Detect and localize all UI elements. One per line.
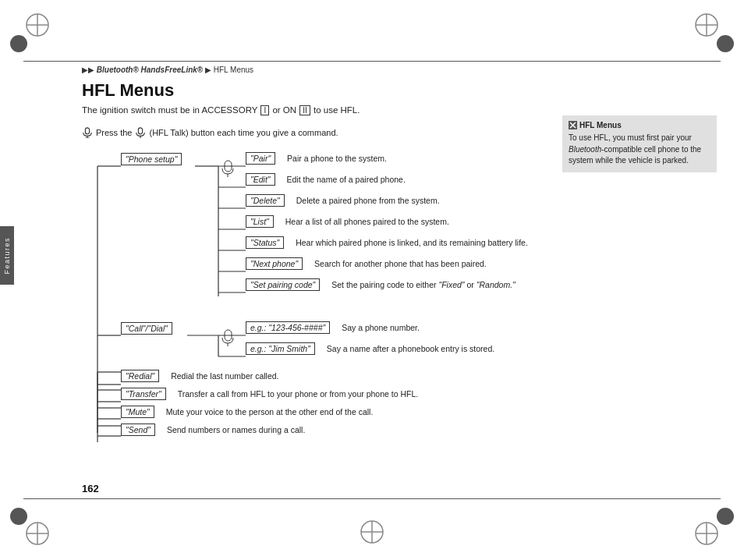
breadcrumb-arrows: ▶▶ [82,66,94,74]
send-box: "Send" [121,424,155,436]
breadcrumb: ▶▶ Bluetooth® HandsFreeLink® ▶ HFL Menus [82,66,253,74]
mute-row: "Mute" Mute your voice to the person at … [121,407,373,416]
top-border-line [23,61,721,62]
send-row: "Send" Send numbers or names during a ca… [121,425,305,434]
main-overlay: Features ▶▶ Bluetooth® HandsFreeLink® ▶ … [0,0,744,560]
redial-desc: Redial the last number called. [171,371,278,381]
accessory-box: I [260,105,269,115]
phone-number-row: e.g.: "123-456-####" Say a phone number. [246,323,420,332]
call-dial-text: "Call"/"Dial" [121,322,172,335]
intro-text: The ignition switch must be in ACCESSORY… [82,105,360,115]
pair-desc: Pair a phone to the system. [287,154,387,163]
edit-desc: Edit the name of a paired phone. [286,175,405,184]
list-row: "List" Hear a list of all phones paired … [246,217,449,226]
set-pairing-box: "Set pairing code" [246,278,320,291]
page-number: 162 [82,483,99,494]
bottom-border-line [23,498,721,499]
corner-br-svg [689,505,736,552]
call-dial-box: "Call"/"Dial" [121,324,172,333]
mic-instruction-icon [82,127,93,138]
corner-bl-svg [8,505,55,552]
delete-row: "Delete" Delete a paired phone from the … [246,196,440,205]
set-pairing-desc: Set the pairing code to either "Fixed" o… [331,280,515,289]
redial-box: "Redial" [121,370,159,382]
corner-tr-svg [689,8,736,55]
svg-point-58 [717,508,734,525]
next-phone-row: "Next phone" Search for another phone th… [246,259,487,268]
phone-setup-box: "Phone setup" [121,154,182,164]
transfer-box: "Transfer" [121,388,166,400]
list-desc: Hear a list of all phones paired to the … [285,217,449,226]
features-label: Features [3,237,11,275]
delete-box: "Delete" [246,194,285,207]
features-tab: Features [0,226,14,285]
corner-tl-svg [8,8,55,55]
hfl-talk-icon [135,127,146,138]
hfl-instruction-text: Press the [96,128,132,137]
mute-desc: Mute your voice to the person at the oth… [166,407,374,416]
jim-smith-box: e.g.: "Jim Smith" [246,342,315,355]
bottom-crosshair [360,519,384,544]
svg-rect-65 [85,128,89,134]
next-phone-desc: Search for another phone that has been p… [314,259,487,268]
note-title: HFL Menus [569,121,710,129]
status-box: "Status" [246,236,284,249]
delete-desc: Delete a paired phone from the system. [296,196,440,205]
hfl-instruction-rest: (HFL Talk) button each time you give a c… [149,128,338,137]
redial-row: "Redial" Redial the last number called. [121,371,278,381]
on-box: II [299,105,310,115]
note-x-icon [569,121,577,129]
phone-setup-text: "Phone setup" [121,153,182,165]
hfl-instruction: Press the (HFL Talk) button each time yo… [82,127,338,138]
edit-row: "Edit" Edit the name of a paired phone. [246,175,406,184]
phone-number-desc: Say a phone number. [342,323,420,332]
page-title: HFL Menus [82,80,174,101]
list-box: "List" [246,215,274,228]
mute-box: "Mute" [121,406,154,418]
breadcrumb-hfl-menus: HFL Menus [214,66,253,74]
note-title-text: HFL Menus [579,121,622,129]
svg-point-54 [10,508,27,525]
svg-rect-68 [139,128,143,134]
next-phone-box: "Next phone" [246,257,303,270]
svg-point-46 [10,35,27,52]
send-desc: Send numbers or names during a call. [167,425,305,434]
set-pairing-row: "Set pairing code" Set the pairing code … [246,280,515,289]
status-row: "Status" Hear which paired phone is link… [246,238,528,247]
jim-smith-desc: Say a name after a phonebook entry is st… [327,344,494,353]
transfer-row: "Transfer" Transfer a call from HFL to y… [121,389,418,399]
status-desc: Hear which paired phone is linked, and i… [296,238,528,247]
transfer-desc: Transfer a call from HFL to your phone o… [178,389,419,399]
svg-point-50 [717,35,734,52]
edit-box: "Edit" [246,173,275,186]
pair-row: "Pair" Pair a phone to the system. [246,154,387,163]
breadcrumb-bluetooth: Bluetooth® HandsFreeLink® [97,66,203,74]
jim-smith-row: e.g.: "Jim Smith" Say a name after a pho… [246,344,494,353]
pair-box: "Pair" [246,152,275,165]
phone-number-box: e.g.: "123-456-####" [246,321,330,334]
